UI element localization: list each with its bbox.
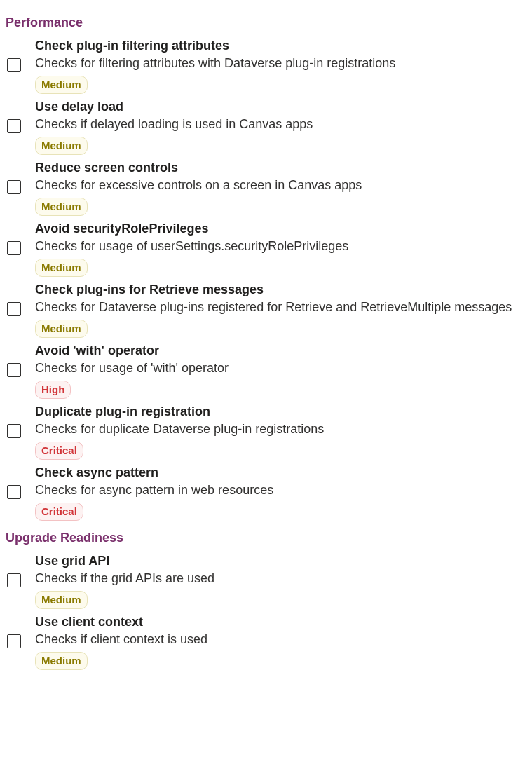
rule-body: Use delay loadChecks if delayed loading … [35,98,526,155]
severity-badge: Medium [35,76,88,94]
rule-checkbox-use-client-context[interactable] [7,634,21,648]
severity-badge: Medium [35,198,88,216]
rule-title: Check async pattern [35,464,526,481]
rule-description: Checks if client context is used [35,631,526,648]
rule-row: Reduce screen controlsChecks for excessi… [6,159,526,216]
rule-body: Use client contextChecks if client conte… [35,613,526,670]
rule-row: Use client contextChecks if client conte… [6,613,526,670]
rule-checkbox-check-plugin-filtering[interactable] [7,58,21,72]
rule-body: Use grid APIChecks if the grid APIs are … [35,552,526,609]
severity-badge: Medium [35,652,88,670]
severity-badge: Critical [35,442,83,460]
rule-checkbox-avoid-with-operator[interactable] [7,363,21,377]
severity-badge: Medium [35,259,88,277]
rule-row: Check async patternChecks for async patt… [6,464,526,521]
rule-row: Use grid APIChecks if the grid APIs are … [6,552,526,609]
rule-checkbox-check-plugins-retrieve[interactable] [7,302,21,316]
rule-title: Use grid API [35,552,526,569]
rule-description: Checks for excessive controls on a scree… [35,177,526,194]
rule-description: Checks if delayed loading is used in Can… [35,116,526,133]
rule-title: Check plug-ins for Retrieve messages [35,281,526,298]
rule-row: Avoid securityRolePrivilegesChecks for u… [6,220,526,277]
rule-description: Checks for usage of userSettings.securit… [35,238,526,255]
rule-body: Check async patternChecks for async patt… [35,464,526,521]
rule-title: Use client context [35,613,526,630]
rule-title: Duplicate plug-in registration [35,403,526,420]
rule-checkbox-use-grid-api[interactable] [7,573,21,587]
rule-body: Reduce screen controlsChecks for excessi… [35,159,526,216]
severity-badge: Medium [35,137,88,155]
rule-body: Duplicate plug-in registrationChecks for… [35,403,526,460]
section-header-performance: Performance [6,15,526,30]
rule-body: Check plug-ins for Retrieve messagesChec… [35,281,526,338]
rule-title: Reduce screen controls [35,159,526,176]
rule-title: Avoid securityRolePrivileges [35,220,526,237]
rule-title: Avoid 'with' operator [35,342,526,359]
rule-row: Use delay loadChecks if delayed loading … [6,98,526,155]
rule-title: Use delay load [35,98,526,115]
rule-row: Check plug-ins for Retrieve messagesChec… [6,281,526,338]
rule-title: Check plug-in filtering attributes [35,37,526,54]
rule-description: Checks for usage of 'with' operator [35,360,526,377]
rule-description: Checks for Dataverse plug-ins registered… [35,299,526,316]
rule-checkbox-use-delay-load[interactable] [7,119,21,133]
rule-checkbox-duplicate-plugin-registration[interactable] [7,424,21,438]
section-header-upgrade-readiness: Upgrade Readiness [6,531,526,545]
rule-checkbox-avoid-security-role-privileges[interactable] [7,241,21,255]
rule-body: Avoid securityRolePrivilegesChecks for u… [35,220,526,277]
rule-description: Checks for async pattern in web resource… [35,482,526,499]
severity-badge: High [35,381,71,399]
rule-body: Check plug-in filtering attributesChecks… [35,37,526,94]
severity-badge: Medium [35,591,88,609]
rule-checkbox-reduce-screen-controls[interactable] [7,180,21,194]
rule-description: Checks if the grid APIs are used [35,570,526,587]
rules-panel: PerformanceCheck plug-in filtering attri… [6,15,526,670]
rule-description: Checks for filtering attributes with Dat… [35,55,526,72]
rule-description: Checks for duplicate Dataverse plug-in r… [35,421,526,438]
rule-row: Check plug-in filtering attributesChecks… [6,37,526,94]
rule-checkbox-check-async-pattern[interactable] [7,485,21,499]
severity-badge: Medium [35,320,88,338]
rule-row: Avoid 'with' operatorChecks for usage of… [6,342,526,399]
rule-row: Duplicate plug-in registrationChecks for… [6,403,526,460]
rule-body: Avoid 'with' operatorChecks for usage of… [35,342,526,399]
severity-badge: Critical [35,503,83,521]
